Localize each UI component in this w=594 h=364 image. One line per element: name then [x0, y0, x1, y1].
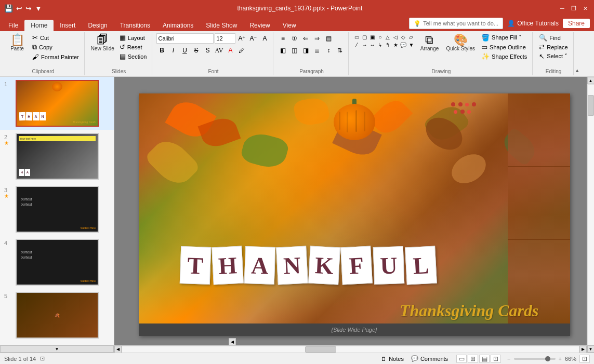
- share-button[interactable]: Share: [563, 19, 590, 28]
- shape-diamond[interactable]: ◇: [400, 33, 407, 41]
- zoom-slider[interactable]: [514, 358, 556, 360]
- shape-effects-button[interactable]: ✨ Shape Effects: [479, 52, 529, 61]
- presenter-view-btn[interactable]: ⊡: [491, 355, 501, 363]
- line-spacing-button[interactable]: ↕: [323, 45, 334, 56]
- slide-thumb-1[interactable]: 1 T H A N Thanksgiving Cards: [0, 77, 114, 130]
- shape-circle[interactable]: ○: [376, 33, 384, 41]
- shape-star[interactable]: ★: [392, 41, 399, 48]
- slide-sorter-btn[interactable]: ⊞: [468, 355, 478, 363]
- scroll-thumb[interactable]: [588, 95, 594, 116]
- columns-button[interactable]: ▤: [323, 33, 334, 44]
- strikethrough-button[interactable]: S: [191, 45, 201, 56]
- quick-styles-button[interactable]: 🎨 Quick Styles: [444, 33, 477, 52]
- normal-view-btn[interactable]: ▭: [456, 355, 467, 363]
- slide-thumb-5[interactable]: 5 🍂: [0, 289, 114, 342]
- format-painter-button[interactable]: 🖌 Format Painter: [30, 52, 81, 61]
- office-tutorials[interactable]: 👤 Office Tutorials: [507, 20, 559, 27]
- cut-button[interactable]: ✂ Cut: [30, 33, 81, 42]
- slide-thumb-3[interactable]: 3 ★ ourtext ourtext Subtext Here: [0, 183, 114, 236]
- horizontal-scroll-left[interactable]: ◀: [229, 338, 236, 345]
- justify-button[interactable]: ≣: [312, 45, 322, 56]
- shape-dbl-arrow[interactable]: ↔: [368, 41, 376, 48]
- tab-file[interactable]: File: [2, 20, 24, 31]
- tab-transitions[interactable]: Transitions: [114, 20, 156, 31]
- redo-icon[interactable]: ↪: [25, 4, 32, 12]
- hscroll-thumb[interactable]: [305, 346, 336, 353]
- fit-slide-btn[interactable]: ⊡: [579, 355, 590, 363]
- copy-button[interactable]: ⧉ Copy: [30, 43, 81, 52]
- shape-arrow[interactable]: →: [361, 41, 368, 48]
- comments-button[interactable]: 💬 Comments: [409, 355, 450, 362]
- vertical-scrollbar[interactable]: ▲ ▼: [587, 77, 594, 353]
- font-color-button[interactable]: A: [225, 45, 235, 56]
- slide-panel-scroll-down[interactable]: ▼: [0, 345, 114, 353]
- align-center-button[interactable]: ◫: [289, 45, 299, 56]
- reset-button[interactable]: ↺ Reset: [117, 43, 149, 51]
- restore-button[interactable]: ❐: [569, 4, 578, 13]
- select-button[interactable]: ↖ Select ˅: [537, 52, 570, 61]
- decrease-indent-button[interactable]: ⇐: [300, 33, 311, 44]
- arrange-button[interactable]: ⧉ Arrange: [417, 33, 442, 52]
- slide-thumb-2[interactable]: 2 ★ Your text here H A: [0, 130, 114, 183]
- hscroll-left[interactable]: ◀: [114, 346, 122, 353]
- text-direction-button[interactable]: ⇅: [335, 45, 345, 56]
- horizontal-scrollbar[interactable]: ◀ ▶: [114, 345, 587, 353]
- shape-outline-button[interactable]: ▭ Shape Outline: [479, 43, 529, 51]
- clear-format-button[interactable]: A: [259, 33, 270, 44]
- tab-slideshow[interactable]: Slide Show: [200, 20, 243, 31]
- paste-button[interactable]: 📋 Paste: [5, 33, 29, 52]
- tab-animations[interactable]: Animations: [156, 20, 200, 31]
- shape-curved[interactable]: ↰: [384, 41, 391, 48]
- hscroll-track[interactable]: [122, 346, 579, 353]
- shape-para[interactable]: ▱: [407, 33, 415, 41]
- shadow-button[interactable]: S: [202, 45, 213, 56]
- tab-view[interactable]: View: [276, 20, 302, 31]
- scroll-track[interactable]: [587, 84, 595, 345]
- scroll-down-arrow[interactable]: ▼: [587, 345, 595, 353]
- shape-bent[interactable]: ↳: [376, 41, 384, 48]
- tell-me-bar[interactable]: 💡 Tell me what you want to do...: [409, 18, 503, 29]
- align-right-button[interactable]: ◨: [300, 45, 311, 56]
- align-left-button[interactable]: ◧: [278, 45, 288, 56]
- customize-icon[interactable]: ▼: [35, 4, 42, 12]
- numbered-list-button[interactable]: ①: [289, 33, 299, 44]
- ribbon-collapse[interactable]: ▲: [575, 32, 580, 75]
- undo-icon[interactable]: ↩: [16, 4, 22, 12]
- shape-triangle[interactable]: △: [384, 33, 391, 41]
- spacing-button[interactable]: AV: [214, 45, 224, 56]
- shape-round-rect[interactable]: ▣: [368, 33, 376, 41]
- slide-canvas[interactable]: T H A N K F U L Thanksgiving Cards {Slid…: [139, 93, 570, 336]
- increase-font-button[interactable]: A⁺: [236, 33, 247, 44]
- section-button[interactable]: ▤ Section: [117, 52, 149, 61]
- new-slide-button[interactable]: 🗐 New Slide: [89, 33, 116, 52]
- close-button[interactable]: ✕: [580, 4, 590, 13]
- tab-home[interactable]: Home: [24, 20, 54, 31]
- zoom-thumb[interactable]: [545, 356, 550, 361]
- hscroll-right[interactable]: ▶: [579, 346, 587, 353]
- underline-button[interactable]: U: [179, 45, 190, 56]
- italic-button[interactable]: I: [168, 45, 178, 56]
- shape-rect[interactable]: ▭: [353, 33, 360, 41]
- save-icon[interactable]: 💾: [4, 4, 13, 12]
- font-size-input[interactable]: [215, 33, 235, 44]
- minimize-button[interactable]: ─: [558, 4, 567, 13]
- increase-indent-button[interactable]: ⇒: [312, 33, 322, 44]
- tab-review[interactable]: Review: [243, 20, 276, 31]
- tab-design[interactable]: Design: [82, 20, 113, 31]
- font-name-input[interactable]: [156, 33, 214, 44]
- bullet-list-button[interactable]: ≡: [278, 33, 288, 44]
- replace-button[interactable]: ⇄ Replace: [537, 43, 570, 51]
- shape-rect2[interactable]: ▢: [361, 33, 368, 41]
- layout-button[interactable]: ▦ Layout: [117, 33, 149, 42]
- zoom-out-icon[interactable]: −: [507, 356, 510, 362]
- decrease-font-button[interactable]: A⁻: [248, 33, 258, 44]
- zoom-in-icon[interactable]: +: [559, 356, 562, 362]
- tab-insert[interactable]: Insert: [54, 20, 82, 31]
- highlight-button[interactable]: 🖊: [236, 45, 247, 56]
- shape-rtriangle[interactable]: ◁: [392, 33, 399, 41]
- scroll-up-arrow[interactable]: ▲: [587, 77, 595, 84]
- slide-thumb-4[interactable]: 4 ourtext ourtext Subtext Here: [0, 236, 114, 289]
- shape-fill-button[interactable]: 🪣 Shape Fill ˅: [479, 33, 529, 42]
- reading-view-btn[interactable]: ▤: [479, 355, 490, 363]
- notes-button[interactable]: 🗒 Notes: [379, 355, 406, 362]
